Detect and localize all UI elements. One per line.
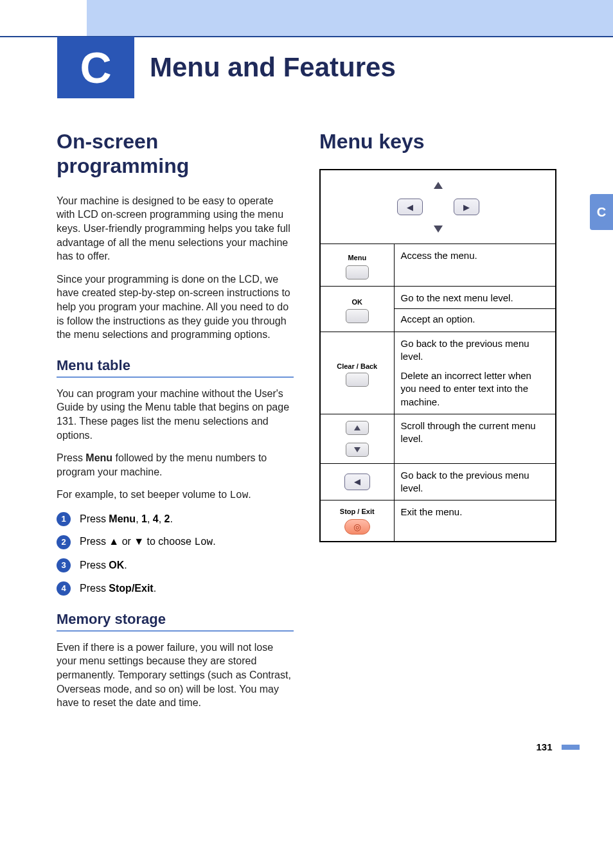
step-badge: 3 <box>57 558 71 572</box>
left-key-desc: Go back to the previous menu level. <box>394 463 556 500</box>
top-header-band <box>0 0 613 37</box>
dpad-diagram: ◀ ▶ <box>397 175 479 238</box>
chapter-title: Menu and Features <box>150 52 396 83</box>
table-row: Menu Access the menu. <box>320 244 556 287</box>
step-badge: 2 <box>57 535 71 549</box>
step-text: Press Stop/Exit. <box>80 583 156 594</box>
left-key-icon: ◀ <box>344 474 370 490</box>
page-footer: 131 <box>0 725 613 768</box>
ok-key-icon: OK <box>346 297 369 324</box>
table-row: Clear / Back Go back to the previous men… <box>320 332 556 414</box>
clear-back-key-desc: Go back to the previous menu level. Dele… <box>394 332 556 414</box>
arrow-down-icon <box>434 226 443 233</box>
page-accent-bar <box>562 745 580 750</box>
step-4: 4 Press Stop/Exit. <box>57 581 294 596</box>
heading-onscreen-programming: On-screen programming <box>57 129 294 179</box>
step-text: Press ▲ or ▼ to choose Low. <box>80 536 216 548</box>
menu-keys-table: ◀ ▶ Menu Access the menu. <box>319 169 556 542</box>
ok-key-desc: Go to the next menu level. Accept an opt… <box>394 287 556 332</box>
left-column: On-screen programming Your machine is de… <box>57 129 294 710</box>
memory-para: Even if there is a power failure, you wi… <box>57 641 294 710</box>
menu-table-para-3: For example, to set beeper volume to Low… <box>57 488 294 503</box>
intro-para-1: Your machine is designed to be easy to o… <box>57 194 294 263</box>
menu-key-icon: Menu <box>346 253 369 279</box>
table-row: Stop / Exit ◎ Exit the menu. <box>320 500 556 542</box>
chapter-hero: C Menu and Features <box>0 37 613 98</box>
arrow-up-icon <box>434 182 443 189</box>
table-row: OK Go to the next menu level. Accept an … <box>320 287 556 332</box>
stop-exit-key-desc: Exit the menu. <box>394 500 556 542</box>
page-number: 131 <box>537 741 553 752</box>
step-3: 3 Press OK. <box>57 558 294 572</box>
step-text: Press OK. <box>80 560 127 571</box>
table-row: ◀ Go back to the previous menu level. <box>320 463 556 500</box>
menu-table-para-2: Press Menu followed by the menu numbers … <box>57 451 294 479</box>
dpad-row: ◀ ▶ <box>320 170 556 244</box>
step-1: 1 Press Menu, 1, 4, 2. <box>57 512 294 526</box>
arrow-left-button: ◀ <box>397 199 423 215</box>
heading-menu-table: Menu table <box>57 357 294 378</box>
step-badge: 4 <box>57 581 71 596</box>
clear-back-key-icon: Clear / Back <box>337 362 377 387</box>
up-down-key-desc: Scroll through the current menu level. <box>394 414 556 463</box>
side-thumb-tab: C <box>590 194 613 230</box>
two-column-content: On-screen programming Your machine is de… <box>0 98 613 725</box>
menu-table-para-1: You can program your machine without the… <box>57 387 294 442</box>
right-column: Menu keys ◀ ▶ <box>319 129 556 710</box>
arrow-right-button: ▶ <box>454 199 479 215</box>
up-down-key-icon <box>346 421 369 457</box>
step-list: 1 Press Menu, 1, 4, 2. 2 Press ▲ or ▼ to… <box>57 512 294 596</box>
step-2: 2 Press ▲ or ▼ to choose Low. <box>57 535 294 549</box>
intro-para-2: Since your programming is done on the LC… <box>57 272 294 342</box>
step-text: Press Menu, 1, 4, 2. <box>80 513 173 525</box>
appendix-badge: C <box>57 37 134 98</box>
heading-menu-keys: Menu keys <box>319 129 556 154</box>
step-badge: 1 <box>57 512 71 526</box>
heading-memory-storage: Memory storage <box>57 611 294 632</box>
menu-key-desc: Access the menu. <box>394 244 556 287</box>
table-row: Scroll through the current menu level. <box>320 414 556 463</box>
stop-exit-key-icon: Stop / Exit ◎ <box>340 507 375 535</box>
